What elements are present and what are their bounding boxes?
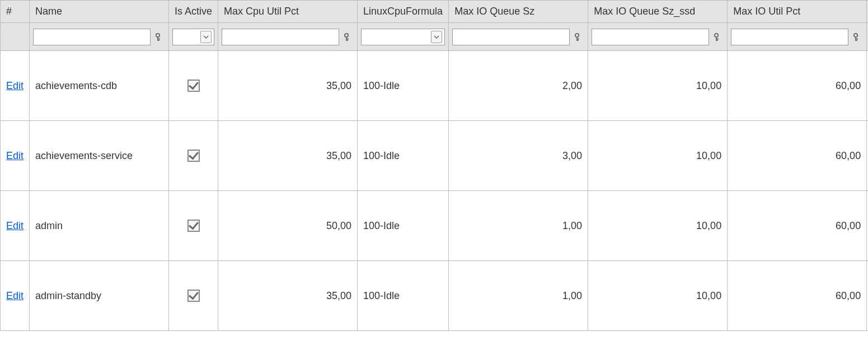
svg-point-8 [575, 33, 579, 36]
col-header-maxiossd[interactable]: Max IO Queue Sz_ssd [588, 1, 728, 23]
filter-input-name[interactable] [33, 29, 151, 45]
cell-maxioutil: 60,00 [728, 51, 867, 121]
cell-maxio: 1,00 [449, 191, 588, 261]
filter-cell-maxcpu [218, 23, 358, 51]
edit-link[interactable]: Edit [6, 150, 24, 161]
cell-maxiossd: 10,00 [588, 51, 728, 121]
filter-input-maxiossd[interactable] [592, 29, 709, 45]
cell-formula: 100-Idle [358, 51, 449, 121]
active-checkbox[interactable] [187, 290, 200, 302]
filter-cell-formula [358, 23, 449, 51]
cell-active [169, 191, 218, 261]
col-header-active[interactable]: Is Active [169, 1, 218, 23]
cell-maxioutil: 60,00 [728, 191, 867, 261]
filter-select-formula[interactable] [361, 29, 445, 45]
cell-maxcpu: 35,00 [218, 51, 358, 121]
table-row: Edit admin-standby 35,00 100-Idle 1,00 1… [1, 261, 869, 331]
edit-cell: Edit [1, 121, 30, 191]
cell-maxioutil: 60,00 [728, 261, 867, 331]
filter-input-maxio[interactable] [452, 29, 570, 45]
filter-cell-maxio [449, 23, 588, 51]
cell-maxiossd: 10,00 [588, 121, 728, 191]
cell-maxiossd: 10,00 [588, 191, 728, 261]
cell-active [169, 261, 218, 331]
col-header-hash[interactable]: # [1, 1, 30, 23]
cell-maxioutil: 60,00 [728, 121, 867, 191]
table-row: Edit admin 50,00 100-Idle 1,00 10,00 60,… [1, 191, 869, 261]
col-header-name[interactable]: Name [30, 1, 169, 23]
filter-cell-name [30, 23, 169, 51]
cell-formula: 100-Idle [358, 121, 449, 191]
filter-cell-maxioutil [728, 23, 867, 51]
filter-cell-hash [1, 23, 30, 51]
svg-point-12 [715, 33, 718, 36]
col-header-formula[interactable]: LinuxCpuFormula [358, 1, 449, 23]
cell-maxcpu: 35,00 [218, 261, 358, 331]
filter-row [1, 23, 869, 51]
edit-cell: Edit [1, 261, 30, 331]
col-header-maxcpu[interactable]: Max Cpu Util Pct [218, 1, 358, 23]
filter-key-icon[interactable] [341, 31, 354, 43]
filter-key-icon[interactable] [711, 31, 724, 43]
data-grid: # Name Is Active Max Cpu Util Pct LinuxC… [0, 0, 868, 331]
col-header-maxio[interactable]: Max IO Queue Sz [449, 1, 588, 23]
cell-name: admin [30, 191, 169, 261]
filter-key-icon[interactable] [153, 31, 165, 43]
cell-maxiossd: 10,00 [588, 261, 728, 331]
filter-key-icon[interactable] [851, 31, 863, 43]
chevron-down-icon [431, 31, 442, 43]
cell-maxio: 1,00 [449, 261, 588, 331]
active-checkbox[interactable] [187, 150, 200, 162]
filter-cell-active [169, 23, 218, 51]
edit-link[interactable]: Edit [6, 290, 24, 301]
cell-active [169, 51, 218, 121]
cell-name: achievements-service [30, 121, 169, 191]
cell-formula: 100-Idle [358, 191, 449, 261]
edit-link[interactable]: Edit [6, 80, 24, 91]
cell-maxio: 2,00 [449, 51, 588, 121]
col-header-maxioutil[interactable]: Max IO Util Pct [728, 1, 867, 23]
svg-point-4 [345, 33, 348, 36]
filter-key-icon[interactable] [572, 31, 584, 43]
cell-name: admin-standby [30, 261, 169, 331]
cell-maxcpu: 50,00 [218, 191, 358, 261]
edit-cell: Edit [1, 51, 30, 121]
table-row: Edit achievements-service 35,00 100-Idle… [1, 121, 869, 191]
table-row: Edit achievements-cdb 35,00 100-Idle 2,0… [1, 51, 869, 121]
cell-active [169, 121, 218, 191]
chevron-down-icon [200, 31, 212, 43]
cell-formula: 100-Idle [358, 261, 449, 331]
cell-name: achievements-cdb [30, 51, 169, 121]
filter-select-active[interactable] [172, 29, 214, 45]
filter-input-maxcpu[interactable] [222, 29, 339, 45]
cell-maxio: 3,00 [449, 121, 588, 191]
svg-point-16 [854, 33, 857, 36]
edit-cell: Edit [1, 191, 30, 261]
edit-link[interactable]: Edit [6, 220, 24, 231]
cell-maxcpu: 35,00 [218, 121, 358, 191]
active-checkbox[interactable] [187, 220, 200, 232]
svg-point-0 [156, 33, 159, 36]
active-checkbox[interactable] [187, 80, 200, 92]
filter-cell-maxiossd [588, 23, 728, 51]
header-row: # Name Is Active Max Cpu Util Pct LinuxC… [1, 1, 869, 23]
filter-input-maxioutil[interactable] [731, 29, 848, 45]
